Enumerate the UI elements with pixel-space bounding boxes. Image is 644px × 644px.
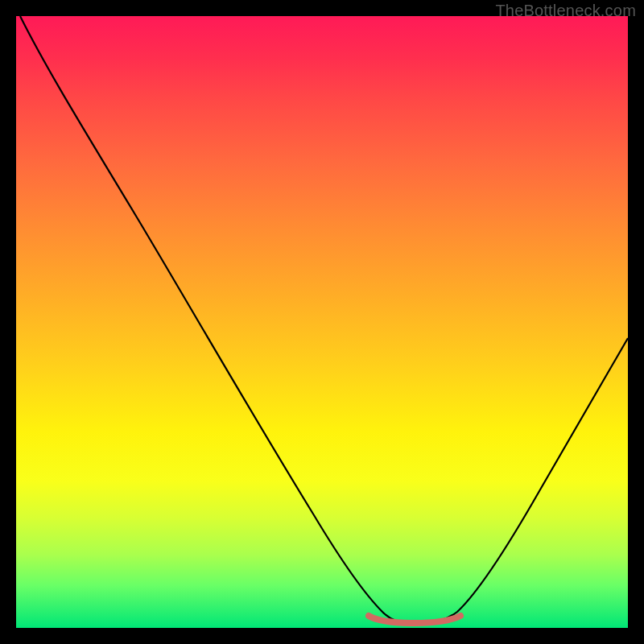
chart-curve-layer [16, 16, 628, 628]
optimal-range-marker [369, 616, 460, 623]
bottleneck-curve-line [20, 16, 628, 623]
chart-plot-area [16, 16, 628, 628]
chart-frame: TheBottleneck.com [0, 0, 644, 644]
